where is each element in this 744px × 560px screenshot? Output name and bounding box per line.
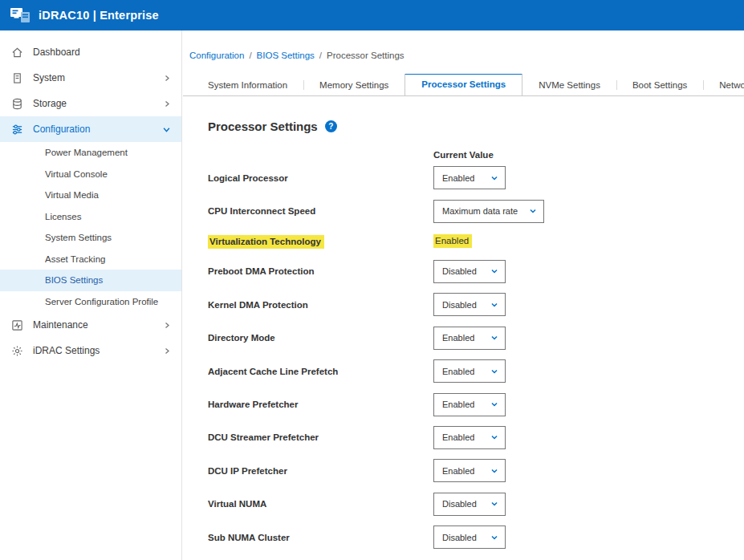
page-title-row: Processor Settings ? [208,120,744,133]
setting-label: Logical Processor [208,173,433,183]
tab-nvme-settings[interactable]: NVMe Settings [522,75,616,95]
sidebar-item-bios-settings[interactable]: BIOS Settings [0,270,181,291]
sidebar-item-label: Virtual Media [45,190,170,200]
sidebar-item-label: Maintenance [33,319,157,331]
sidebar-item-storage[interactable]: Storage [0,91,181,116]
dropdown-value: Enabled [442,466,474,476]
sidebar-item-maintenance[interactable]: Maintenance [0,312,181,338]
breadcrumb-separator: / [319,51,322,60]
setting-row-directory-mode: Directory ModeEnabled [208,322,744,355]
setting-label: DCU IP Prefetcher [208,466,433,476]
sidebar-item-licenses[interactable]: Licenses [0,206,181,228]
sidebar-item-asset-tracking[interactable]: Asset Tracking [0,249,181,270]
sidebar-item-label: BIOS Settings [45,275,170,285]
sidebar-item-label: System [33,72,157,83]
home-icon [10,47,24,59]
chevron-down-icon [490,500,498,508]
app-title: iDRAC10 | Enterprise [39,9,159,22]
gear-icon [10,345,24,357]
sidebar-item-configuration[interactable]: Configuration [0,116,181,142]
chevron-down-icon [490,267,498,275]
setting-label: Virtual NUMA [208,499,433,509]
tab-memory-settings[interactable]: Memory Settings [303,75,405,95]
hardware-prefetcher-dropdown[interactable]: Enabled [433,393,506,416]
dropdown-value: Enabled [442,400,474,409]
sidebar-item-system-settings[interactable]: System Settings [0,227,181,249]
setting-label: DCU Streamer Prefetcher [208,432,433,442]
setting-label: Preboot DMA Protection [208,266,433,276]
chevron-down-icon [490,534,498,542]
dropdown-value: Enabled [442,432,474,442]
tab-boot-settings[interactable]: Boot Settings [616,75,703,95]
cpu-interconnect-speed-dropdown[interactable]: Maximum data rate [433,200,544,223]
chevron-right-icon [164,100,170,108]
sidebar-item-label: Power Management [45,148,170,157]
current-value-header: Current Value [433,150,744,160]
setting-label: Hardware Prefetcher [208,400,433,409]
chevron-down-icon [490,301,498,309]
dropdown-value: Enabled [442,173,474,183]
breadcrumb-separator: / [249,51,251,60]
setting-label: Kernel DMA Protection [208,300,433,310]
virtual-numa-dropdown[interactable]: Disabled [433,493,506,516]
top-bar: iDRAC10 | Enterprise [0,0,744,30]
chevron-right-icon [164,347,170,355]
sliders-icon [10,124,24,136]
setting-row-virtualization-technology: Virtualization TechnologyEnabled [208,228,744,255]
tab-processor-settings[interactable]: Processor Settings [405,74,522,96]
chevron-down-icon [490,367,498,375]
dcu-ip-prefetcher-dropdown[interactable]: Enabled [433,459,506,482]
setting-row-dcu-streamer-prefetcher: DCU Streamer PrefetcherEnabled [208,421,744,454]
maintenance-icon [10,319,24,331]
sidebar: DashboardSystemStorageConfigurationPower… [0,30,182,560]
chevron-down-icon [163,126,170,133]
setting-label: Virtualization Technology [208,237,433,246]
chevron-right-icon [164,75,170,82]
chevron-down-icon [490,400,498,408]
setting-row-kernel-dma-protection: Kernel DMA ProtectionDisabled [208,288,744,321]
sidebar-item-idrac-settings[interactable]: iDRAC Settings [0,338,181,363]
setting-row-hardware-prefetcher: Hardware PrefetcherEnabled [208,388,744,420]
system-icon [10,72,24,84]
breadcrumb-bios-settings[interactable]: BIOS Settings [257,51,315,60]
sidebar-item-label: Licenses [45,212,170,221]
idrac-window: iDRAC10 | Enterprise DashboardSystemStor… [0,0,744,560]
chevron-down-icon [529,207,537,215]
sidebar-item-system[interactable]: System [0,65,181,91]
kernel-dma-protection-dropdown[interactable]: Disabled [433,293,506,316]
setting-row-logical-processor: Logical ProcessorEnabled [208,161,744,194]
tab-bar: System InformationMemory SettingsProcess… [183,74,744,96]
chevron-down-icon [490,467,498,475]
setting-label: Directory Mode [208,333,433,343]
sidebar-item-label: Asset Tracking [45,254,170,264]
dropdown-value: Disabled [442,300,477,310]
sidebar-item-label: Virtual Console [45,169,170,179]
preboot-dma-protection-dropdown[interactable]: Disabled [433,260,506,283]
directory-mode-dropdown[interactable]: Enabled [433,327,506,350]
dcu-streamer-prefetcher-dropdown[interactable]: Enabled [433,426,506,449]
help-icon[interactable]: ? [325,120,337,132]
adjacent-cache-line-prefetch-dropdown[interactable]: Enabled [433,359,506,383]
sidebar-item-virtual-console[interactable]: Virtual Console [0,164,181,185]
setting-row-dcu-ip-prefetcher: DCU IP PrefetcherEnabled [208,454,744,487]
chevron-right-icon [164,322,170,329]
sidebar-item-power-management[interactable]: Power Management [0,142,181,164]
sidebar-nav: DashboardSystemStorageConfigurationPower… [0,39,181,363]
sidebar-item-server-configuration-profile[interactable]: Server Configuration Profile [0,291,181,313]
dropdown-value: Disabled [442,533,477,542]
sidebar-item-label: System Settings [45,233,170,242]
sidebar-item-virtual-media[interactable]: Virtual Media [0,185,181,206]
sidebar-item-label: Server Configuration Profile [45,297,170,306]
sidebar-item-dashboard[interactable]: Dashboard [0,39,181,65]
processor-settings-panel: Processor Settings ? Current Value Logic… [183,120,744,554]
breadcrumb-configuration[interactable]: Configuration [189,51,244,60]
logical-processor-dropdown[interactable]: Enabled [433,166,506,189]
dropdown-value: Disabled [442,499,477,509]
chevron-down-icon [490,334,498,342]
sub-numa-cluster-dropdown[interactable]: Disabled [433,526,506,549]
setting-row-adjacent-cache-line-prefetch: Adjacent Cache Line PrefetchEnabled [208,355,744,388]
chevron-down-icon [490,174,498,182]
tab-network-settings[interactable]: Network Settings [703,75,744,95]
tab-system-information[interactable]: System Information [192,75,303,95]
setting-label: CPU Interconnect Speed [208,206,433,216]
